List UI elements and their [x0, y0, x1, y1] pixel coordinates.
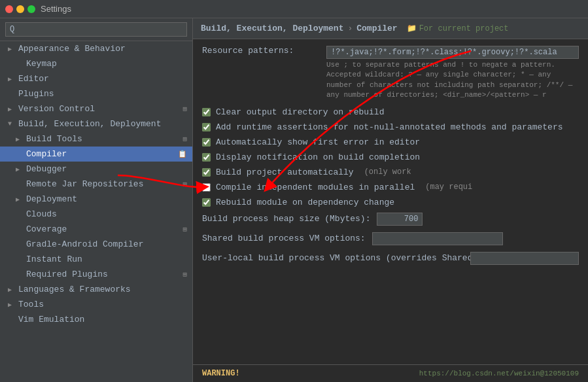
- checkbox-clear-output: Clear output directory on rebuild: [202, 107, 579, 117]
- sidebar-item-languages-frameworks[interactable]: ▶ Languages & Frameworks: [0, 282, 192, 297]
- shared-vm-row: Shared build process VM options:: [202, 232, 579, 245]
- sidebar-item-label: Vim Emulation: [18, 315, 84, 324]
- sidebar-item-label: Languages & Frameworks: [18, 285, 131, 294]
- sidebar-item-label: Required Plugins: [26, 269, 108, 279]
- content-body: Resource patterns: !?*.java;!?*.form;!?*…: [193, 39, 588, 364]
- sidebar-item-label: Build, Execution, Deployment: [18, 119, 161, 129]
- rebuild-module-label: Rebuild module on dependency change: [216, 198, 394, 207]
- sidebar-item-build-execution-deployment[interactable]: ▼ Build, Execution, Deployment: [0, 116, 192, 131]
- settings-icon: ⊞: [182, 225, 187, 234]
- sidebar-item-keymap[interactable]: Keymap: [0, 56, 192, 71]
- clear-output-label: Clear output directory on rebuild: [216, 107, 384, 117]
- close-button[interactable]: [5, 5, 13, 13]
- breadcrumb-current: Compiler: [356, 24, 397, 33]
- sidebar-item-remote-jar-repositories[interactable]: Remote Jar Repositories ⊞: [0, 177, 192, 192]
- clear-output-checkbox[interactable]: [202, 108, 211, 116]
- sidebar-item-label: Clouds: [26, 209, 57, 219]
- add-runtime-checkbox[interactable]: [202, 123, 211, 131]
- title-bar: Settings: [0, 0, 588, 18]
- compile-parallel-label: Compile independent modules in parallel: [216, 182, 415, 192]
- resource-patterns-row: Resource patterns: !?*.java;!?*.form;!?*…: [202, 46, 579, 101]
- user-local-vm-input[interactable]: [470, 252, 579, 265]
- auto-show-error-label: Automatically show first error in editor: [216, 137, 420, 147]
- compile-parallel-checkbox[interactable]: [202, 183, 211, 192]
- sidebar-item-required-plugins[interactable]: Required Plugins ⊞: [0, 267, 192, 282]
- heap-size-label: Build process heap size (Mbytes):: [202, 214, 370, 224]
- checkbox-rebuild-module: Rebuild module on dependency change: [202, 198, 579, 207]
- expand-arrow-icon: ▶: [16, 165, 24, 173]
- checkbox-compile-parallel: Compile independent modules in parallel …: [202, 182, 579, 192]
- expand-arrow-icon: ▶: [8, 45, 16, 53]
- shared-vm-input[interactable]: [372, 232, 503, 245]
- checkbox-auto-show-error: Automatically show first error in editor: [202, 137, 579, 147]
- sidebar-item-label: Appearance & Behavior: [18, 44, 126, 54]
- sidebar-item-tools[interactable]: ▶ Tools: [0, 297, 192, 312]
- sidebar-item-label: Deployment: [26, 194, 77, 204]
- sidebar-item-vim-emulation[interactable]: Vim Emulation: [0, 312, 192, 327]
- breadcrumb-path: Build, Execution, Deployment: [201, 24, 343, 33]
- sidebar-item-coverage[interactable]: Coverage ⊞: [0, 222, 192, 237]
- breadcrumb-separator: ›: [347, 24, 353, 33]
- settings-icon: ⊞: [182, 270, 187, 279]
- settings-icon: ⊞: [182, 135, 187, 143]
- warning-bar: WARNING! https://blog.csdn.net/weixin@12…: [193, 364, 588, 382]
- expand-arrow-icon: ▶: [8, 75, 16, 83]
- main-layout: ▶ Appearance & Behavior Keymap ▶ Editor …: [0, 18, 588, 382]
- window-title: Settings: [41, 4, 71, 14]
- sidebar-item-build-tools[interactable]: ▶ Build Tools ⊞: [0, 131, 192, 147]
- sidebar-item-deployment[interactable]: ▶ Deployment: [0, 192, 192, 207]
- sidebar-item-compiler[interactable]: Compiler 📋: [0, 147, 192, 162]
- user-local-vm-label: User-local build process VM options (ove…: [202, 253, 464, 263]
- resource-patterns-value[interactable]: !?*.java;!?*.form;!?*.class;!?*.groovy;!…: [326, 46, 579, 59]
- copy-icon: 📋: [178, 150, 187, 158]
- for-current-label: For current project: [419, 24, 509, 33]
- display-notification-checkbox[interactable]: [202, 153, 211, 162]
- resource-patterns-label: Resource patterns:: [202, 46, 320, 56]
- rebuild-module-checkbox[interactable]: [202, 198, 211, 207]
- folder-icon: 📁: [407, 24, 417, 33]
- user-local-vm-row: User-local build process VM options (ove…: [202, 252, 579, 265]
- minimize-button[interactable]: [16, 5, 24, 13]
- sidebar-item-debugger[interactable]: ▶ Debugger: [0, 162, 192, 177]
- expand-arrow-icon: ▶: [8, 286, 16, 294]
- auto-show-error-checkbox[interactable]: [202, 138, 211, 147]
- compile-parallel-note: (may requi: [425, 182, 472, 192]
- build-automatically-note: (only work: [364, 167, 411, 177]
- sidebar-item-editor[interactable]: ▶ Editor: [0, 71, 192, 86]
- sidebar-item-label: Coverage: [26, 224, 67, 234]
- sidebar-item-label: Editor: [18, 74, 49, 84]
- sidebar-item-label: Debugger: [26, 164, 67, 174]
- heap-size-input[interactable]: [377, 213, 423, 226]
- maximize-button[interactable]: [27, 5, 35, 13]
- for-current-project: 📁 For current project: [407, 24, 509, 33]
- sidebar-item-instant-run[interactable]: Instant Run: [0, 252, 192, 267]
- sidebar-item-appearance-behavior[interactable]: ▶ Appearance & Behavior: [0, 41, 192, 56]
- sidebar-item-label: Remote Jar Repositories: [26, 179, 143, 189]
- sidebar-item-label: Tools: [18, 300, 44, 309]
- sidebar-item-label: Gradle-Android Compiler: [26, 239, 143, 249]
- search-bar: [0, 18, 192, 41]
- display-notification-label: Display notification on build completion: [216, 152, 420, 162]
- build-automatically-checkbox[interactable]: [202, 168, 211, 177]
- expand-arrow-icon: ▼: [8, 120, 16, 128]
- sidebar-item-gradle-android-compiler[interactable]: Gradle-Android Compiler: [0, 237, 192, 252]
- sidebar: ▶ Appearance & Behavior Keymap ▶ Editor …: [0, 18, 193, 382]
- sidebar-item-label: Instant Run: [26, 254, 82, 264]
- checkbox-add-runtime: Add runtime assertions for not-null-anno…: [202, 122, 579, 132]
- checkbox-build-automatically: Build project automatically (only work: [202, 167, 579, 177]
- csdn-link: https://blog.csdn.net/weixin@12050109: [419, 370, 579, 377]
- checkbox-display-notification: Display notification on build completion: [202, 152, 579, 162]
- warning-text: WARNING!: [202, 369, 240, 378]
- resource-patterns-hint: Use ; to separate patterns and ! to nega…: [326, 60, 579, 101]
- expand-arrow-icon: ▶: [16, 196, 24, 203]
- expand-arrow-icon: ▶: [8, 105, 16, 113]
- search-input[interactable]: [5, 22, 187, 37]
- sidebar-item-plugins[interactable]: Plugins: [0, 86, 192, 101]
- sidebar-item-clouds[interactable]: Clouds: [0, 207, 192, 222]
- expand-arrow-icon: ▶: [16, 135, 24, 143]
- window-controls[interactable]: [5, 5, 35, 13]
- expand-arrow-icon: ▶: [8, 301, 16, 309]
- heap-size-row: Build process heap size (Mbytes):: [202, 213, 579, 226]
- content-header: Build, Execution, Deployment › Compiler …: [193, 18, 588, 39]
- sidebar-item-version-control[interactable]: ▶ Version Control ⊞: [0, 101, 192, 116]
